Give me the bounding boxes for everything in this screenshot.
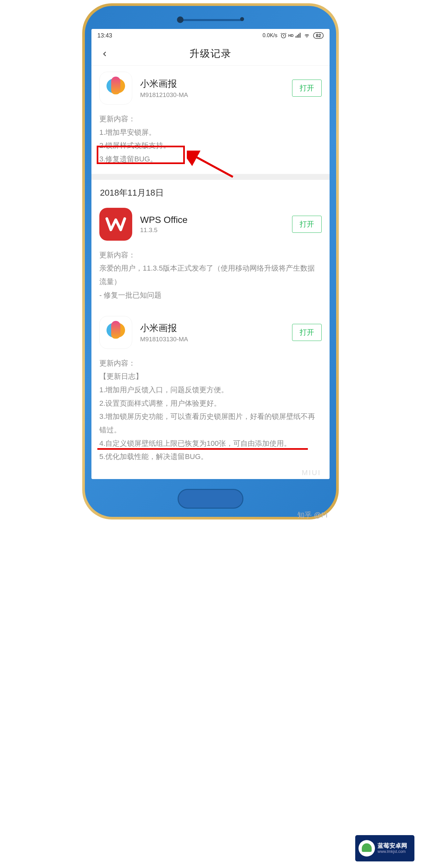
app-name: 小米画报 <box>140 78 292 90</box>
status-right: 0.0K/s HD 82 <box>263 32 324 39</box>
changelog-line: - 修复一批已知问题 <box>99 289 322 302</box>
status-net-speed: 0.0K/s <box>263 33 277 38</box>
home-button[interactable] <box>178 489 243 508</box>
changelog-line: 2.设置页面样式调整，用户体验更好。 <box>99 397 322 410</box>
svg-rect-2 <box>297 35 298 37</box>
back-button[interactable] <box>95 44 115 64</box>
app-version: M918103130-MA <box>140 336 292 343</box>
open-button[interactable]: 打开 <box>292 80 322 97</box>
miui-watermark: MIUI <box>302 468 321 477</box>
changelog: 更新内容： 1.增加早安锁屏。 2.锁屏样式改版支持。 3.修复遗留BUG。 <box>99 113 322 166</box>
changelog-title: 更新内容： <box>99 113 322 126</box>
phone-screen: 13:43 0.0K/s HD 82 <box>91 29 330 479</box>
nav-bar: 升级记录 <box>91 42 330 66</box>
chevron-left-icon <box>101 48 108 60</box>
app-name: 小米画报 <box>140 322 292 334</box>
date-header: 2018年11月18日 <box>91 180 330 202</box>
hd-badge: HD <box>289 34 294 37</box>
status-time: 13:43 <box>97 32 112 39</box>
zhihu-watermark: 知乎 @FI <box>290 508 335 523</box>
wifi-icon <box>303 32 310 39</box>
app-name: WPS Office <box>140 215 292 225</box>
phone-speaker <box>178 19 243 21</box>
changelog: 更新内容： 【更新日志】 1.增加用户反馈入口，问题反馈更方便。 2.设置页面样… <box>99 357 322 464</box>
app-version: 11.3.5 <box>140 226 292 234</box>
changelog-line: 1.增加用户反馈入口，问题反馈更方便。 <box>99 383 322 397</box>
changelog-line: 3.修复遗留BUG。 <box>99 153 322 166</box>
wps-w-icon <box>104 216 127 233</box>
signal-icon <box>295 32 302 39</box>
alarm-icon <box>280 32 287 39</box>
app-card-xiaomi-pictorial-2: 小米画报 M918103130-MA 打开 更新内容： 【更新日志】 1.增加用… <box>91 310 330 467</box>
logo-title: 蓝莓安卓网 <box>378 843 407 849</box>
changelog-subtitle: 【更新日志】 <box>99 370 322 383</box>
app-icon-xiaomi-pictorial <box>99 72 132 104</box>
changelog-title: 更新内容： <box>99 249 322 262</box>
svg-rect-4 <box>300 33 301 38</box>
app-icon-wps <box>99 208 132 241</box>
open-button[interactable]: 打开 <box>292 216 322 233</box>
section-divider <box>91 174 330 180</box>
content-scroll[interactable]: 小米画报 M918121030-MA 打开 更新内容： 1.增加早安锁屏。 2.… <box>91 66 330 467</box>
changelog-line: 亲爱的用户，11.3.5版本正式发布了（使用移动网络升级将产生数据流量） <box>99 262 322 288</box>
phone-body: 13:43 0.0K/s HD 82 <box>85 6 336 517</box>
changelog-title: 更新内容： <box>99 357 322 370</box>
battery-badge: 82 <box>313 32 324 39</box>
phone-frame: 13:43 0.0K/s HD 82 <box>82 3 339 520</box>
changelog: 更新内容： 亲爱的用户，11.3.5版本正式发布了（使用移动网络升级将产生数据流… <box>99 249 322 302</box>
app-card-wps-office: WPS Office 11.3.5 打开 更新内容： 亲爱的用户，11.3.5版… <box>91 202 330 310</box>
app-card-xiaomi-pictorial-1: 小米画报 M918121030-MA 打开 更新内容： 1.增加早安锁屏。 2.… <box>91 66 330 174</box>
status-bar: 13:43 0.0K/s HD 82 <box>91 29 330 42</box>
page-title: 升级记录 <box>189 47 232 61</box>
site-logo-badge: 蓝莓安卓网 www.lmkjst.com <box>355 835 414 861</box>
app-version: M918121030-MA <box>140 91 292 99</box>
app-icon-xiaomi-pictorial <box>99 316 132 349</box>
svg-rect-1 <box>296 36 297 38</box>
android-icon <box>359 840 375 857</box>
phone-sensor <box>240 17 244 21</box>
svg-rect-3 <box>298 34 299 38</box>
logo-url: www.lmkjst.com <box>378 849 407 854</box>
phone-camera <box>177 17 183 23</box>
changelog-line: 5.优化加载性能，解决遗留BUG。 <box>99 450 322 464</box>
changelog-line: 1.增加早安锁屏。 <box>99 126 322 140</box>
changelog-line: 4.自定义锁屏壁纸组上限已恢复为100张，可自由添加使用。 <box>99 437 322 451</box>
changelog-line: 2.锁屏样式改版支持。 <box>99 139 322 153</box>
open-button[interactable]: 打开 <box>292 324 322 341</box>
changelog-line: 3.增加锁屏历史功能，可以查看历史锁屏图片，好看的锁屏壁纸不再错过。 <box>99 410 322 437</box>
